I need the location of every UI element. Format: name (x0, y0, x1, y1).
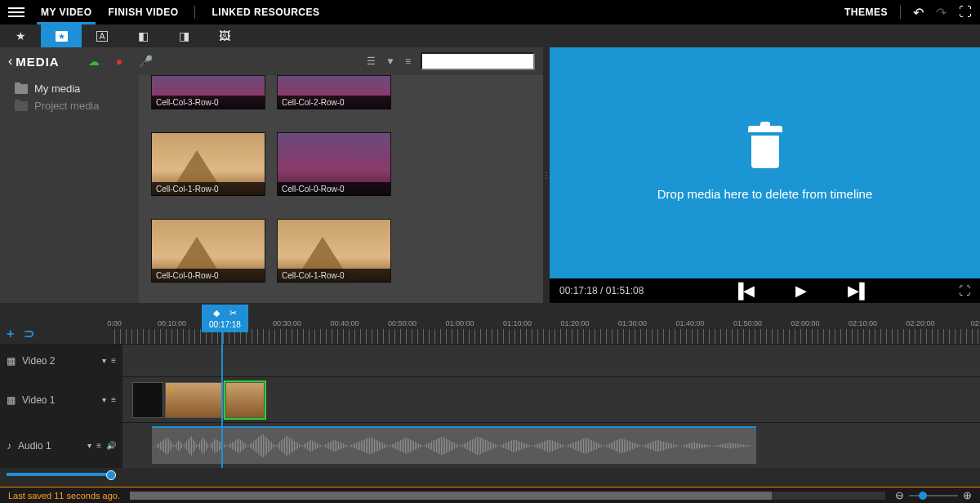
track-head[interactable]: ▦ Video 1 ▾ ≡ (0, 377, 122, 422)
folder-icon (15, 101, 28, 111)
media-clip[interactable]: Cell-Col-3-Row-0 (151, 75, 265, 109)
clip-label: Cell-Col-3-Row-0 (152, 96, 265, 109)
text-box-icon[interactable]: A (82, 24, 122, 47)
clip-label: Cell-Col-1-Row-0 (152, 182, 265, 196)
preview-time: 00:17:18 / 01:51:08 (559, 285, 644, 296)
separator (900, 6, 901, 19)
audio-clip[interactable] (152, 426, 756, 464)
mic-icon[interactable]: 🎤 (139, 55, 153, 68)
tab-my-video[interactable]: MY VIDEO (41, 0, 91, 24)
timeline-scrollbar[interactable] (130, 492, 885, 500)
mute-icon[interactable]: 🔊 (106, 441, 116, 450)
ruler-tick-label: 01:30:00 (618, 319, 647, 327)
volume-slider[interactable] (7, 473, 113, 476)
next-icon[interactable]: ▶▌ (848, 282, 870, 300)
track-dropdown-icon[interactable]: ▾ (87, 441, 91, 450)
tree-label: My media (34, 82, 80, 95)
tree-label: Project media (34, 100, 99, 112)
fullscreen-preview-icon[interactable]: ⛶ (959, 284, 970, 297)
timeline-clip-selected[interactable] (225, 382, 265, 418)
track-head[interactable]: ▦ Video 2 ▾ ≡ (0, 345, 122, 376)
track-name: Video 2 (22, 355, 96, 367)
ruler-tick-label: 00:30:00 (273, 319, 301, 327)
track-menu-icon[interactable]: ≡ (96, 441, 101, 450)
ruler-tick-label: 02:00:00 (791, 319, 819, 327)
layer1-icon[interactable]: ◧ (122, 24, 163, 47)
zoom-out-icon[interactable]: ⊖ (895, 489, 904, 501)
track-name: Video 1 (22, 394, 96, 406)
search-input[interactable] (421, 52, 535, 70)
ruler-tick-label: 01:10:00 (503, 319, 532, 327)
track-dropdown-icon[interactable]: ▾ (102, 356, 106, 365)
record-icon[interactable]: ● (116, 55, 122, 68)
filter-icon[interactable]: ▼ (385, 56, 395, 67)
save-status-text: Last saved 11 seconds ago. (8, 491, 120, 501)
media-back-button[interactable]: ‹ MEDIA (8, 54, 60, 69)
clip-label: Cell-Col-0-Row-0 (152, 269, 265, 283)
star-icon[interactable]: ★ (0, 24, 41, 47)
media-grid[interactable]: Cell-Col-3-Row-0 Cell-Col-2-Row-0 Cell-C… (139, 75, 543, 303)
trash-icon (745, 126, 786, 171)
ruler-tick-label: 02:20:00 (906, 319, 934, 327)
audio-track-icon: ♪ (7, 440, 11, 452)
clip-label: Cell-Col-2-Row-0 (278, 96, 390, 109)
ruler-tick-label: 01:50:00 (733, 319, 762, 327)
timeline-clip[interactable] (165, 382, 224, 418)
image-icon[interactable]: 🖼 (204, 24, 245, 47)
tab-finish-video[interactable]: FINISH VIDEO (108, 0, 178, 24)
media-clip[interactable]: Cell-Col-1-Row-0 (277, 219, 391, 283)
zoom-slider[interactable] (909, 495, 958, 496)
playhead-time: 00:17:18 (209, 320, 241, 329)
media-clip[interactable]: Cell-Col-1-Row-0 (151, 132, 265, 196)
fullscreen-icon[interactable]: ⛶ (959, 5, 972, 20)
prev-icon[interactable]: ▐◀ (733, 282, 755, 300)
zoom-in-icon[interactable]: ⊕ (963, 489, 972, 501)
clip-label: Cell-Col-0-Row-0 (278, 182, 390, 196)
track-video-2: ▦ Video 2 ▾ ≡ (0, 344, 980, 376)
media-clip[interactable]: Cell-Col-0-Row-0 (277, 132, 391, 196)
redo-icon[interactable]: ↷ (936, 5, 947, 20)
add-track-icon[interactable]: + (7, 327, 14, 341)
ruler-tick-label: 00:50:00 (388, 319, 416, 327)
track-menu-icon[interactable]: ≡ (111, 356, 116, 365)
drop-text: Drop media here to delete from timeline (657, 187, 872, 201)
tree-item-my-media[interactable]: My media (15, 80, 139, 97)
magnet-icon[interactable]: ⊃ (24, 326, 34, 341)
layer2-icon[interactable]: ◨ (163, 24, 204, 47)
ruler-tick-label: 00:40:00 (330, 319, 359, 327)
folder-icon (15, 84, 28, 94)
marker-pin-icon: ◆ (213, 308, 220, 318)
timeline-clip[interactable] (132, 382, 163, 418)
sort-icon[interactable]: ≡ (405, 56, 411, 67)
track-audio-1: ♪ Audio 1 ▾ ≡ 🔊 (0, 422, 980, 468)
track-name: Audio 1 (18, 440, 81, 452)
ruler-tick-label: 01:20:00 (560, 319, 589, 327)
upload-icon[interactable]: ☁ (88, 55, 100, 68)
media-title: MEDIA (16, 55, 59, 69)
tab-linked-resources[interactable]: LINKED RESOURCES (212, 0, 319, 24)
ruler-tick-label: 00:10:00 (158, 319, 186, 327)
playhead-marker[interactable]: ◆✂ 00:17:18 (202, 305, 248, 332)
play-icon[interactable]: ▶ (795, 282, 807, 300)
clip-label: Cell-Col-1-Row-0 (278, 269, 390, 283)
track-menu-icon[interactable]: ≡ (111, 395, 116, 404)
favorite-box-icon[interactable]: ★ (41, 24, 82, 47)
list-icon[interactable]: ☰ (367, 56, 376, 67)
ruler-tick-label: 01:40:00 (675, 319, 704, 327)
track-dropdown-icon[interactable]: ▾ (102, 395, 106, 404)
media-clip[interactable]: Cell-Col-2-Row-0 (277, 75, 391, 109)
tree-item-project-media[interactable]: Project media (15, 97, 139, 114)
undo-icon[interactable]: ↶ (913, 5, 924, 20)
media-clip[interactable]: Cell-Col-0-Row-0 (151, 219, 265, 283)
preview-dropzone[interactable]: Drop media here to delete from timeline (550, 47, 980, 278)
menu-hamburger[interactable] (8, 7, 24, 17)
ruler-tick-label: 0:00 (107, 319, 122, 327)
playhead-line[interactable] (221, 329, 223, 468)
themes-button[interactable]: THEMES (844, 7, 888, 18)
tab-separator (194, 6, 195, 19)
scissors-icon[interactable]: ✂ (229, 308, 237, 318)
track-head[interactable]: ♪ Audio 1 ▾ ≡ 🔊 (0, 423, 122, 468)
ruler-tick-label: 01:00:00 (445, 319, 474, 327)
track-video-1: ▦ Video 1 ▾ ≡ (0, 376, 980, 422)
splitter-handle[interactable]: ⋮ (543, 47, 550, 303)
